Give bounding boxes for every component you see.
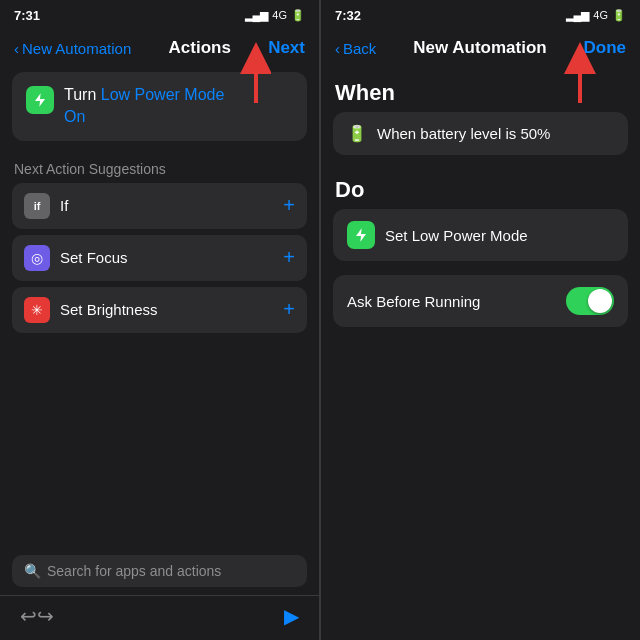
undo-icon[interactable]: ↩	[20, 604, 37, 628]
suggestion-brightness-left: ✳ Set Brightness	[24, 297, 158, 323]
toggle-label: Ask Before Running	[347, 293, 480, 310]
suggestion-if-label: If	[60, 197, 68, 214]
left-time: 7:31	[14, 8, 40, 23]
right-nav-bar: ‹ Back New Automation Done	[321, 28, 640, 72]
focus-icon: ◎	[24, 245, 50, 271]
do-action-icon	[347, 221, 375, 249]
right-time: 7:32	[335, 8, 361, 23]
brightness-icon: ✳	[24, 297, 50, 323]
bottom-bar: ↩ ↪ ▶	[0, 595, 319, 640]
search-bar[interactable]: 🔍 Search for apps and actions	[12, 555, 307, 587]
back-chevron-icon: ‹	[14, 40, 19, 57]
right-status-bar: 7:32 ▂▄▆ 4G 🔋	[321, 0, 640, 28]
right-nav-title: New Automation	[413, 38, 546, 58]
action-text: Turn Low Power ModeOn	[64, 84, 224, 129]
play-icon[interactable]: ▶	[284, 604, 299, 628]
search-icon: 🔍	[24, 563, 41, 579]
suggestion-focus-left: ◎ Set Focus	[24, 245, 128, 271]
do-header: Do	[321, 169, 640, 209]
right-status-icons: ▂▄▆ 4G 🔋	[566, 9, 626, 22]
when-header: When	[321, 72, 640, 112]
when-condition-text: When battery level is 50%	[377, 125, 550, 142]
action-icon	[26, 86, 54, 114]
right-back-label: Back	[343, 40, 376, 57]
ask-before-running-card[interactable]: Ask Before Running	[333, 275, 628, 327]
suggestion-focus-label: Set Focus	[60, 249, 128, 266]
turn-word: Turn	[64, 86, 101, 103]
suggestion-if-add[interactable]: +	[283, 194, 295, 217]
suggestion-if[interactable]: if If +	[12, 183, 307, 229]
left-screen: 7:31 ▂▄▆ 4G 🔋 ‹ New Automation Actions N…	[0, 0, 319, 640]
right-done-button[interactable]: Done	[584, 38, 627, 58]
left-back-button[interactable]: ‹ New Automation	[14, 40, 131, 57]
right-screen: 7:32 ▂▄▆ 4G 🔋 ‹ Back New Automation Done…	[321, 0, 640, 640]
toggle-knob	[588, 289, 612, 313]
network-type: 4G	[272, 9, 287, 21]
back-label: New Automation	[22, 40, 131, 57]
signal-icon: ▂▄▆	[245, 9, 269, 22]
battery-level-icon: 🔋	[347, 124, 367, 143]
do-action-text: Set Low Power Mode	[385, 227, 528, 244]
suggestion-brightness-add[interactable]: +	[283, 298, 295, 321]
suggestion-focus-add[interactable]: +	[283, 246, 295, 269]
right-network-type: 4G	[593, 9, 608, 21]
suggestion-if-left: if If	[24, 193, 68, 219]
right-back-button[interactable]: ‹ Back	[335, 40, 376, 57]
battery-icon: 🔋	[291, 9, 305, 22]
when-card: 🔋 When battery level is 50%	[333, 112, 628, 155]
if-icon: if	[24, 193, 50, 219]
right-back-chevron-icon: ‹	[335, 40, 340, 57]
suggestions-section-label: Next Action Suggestions	[0, 153, 319, 183]
left-status-bar: 7:31 ▂▄▆ 4G 🔋	[0, 0, 319, 28]
suggestion-list: if If + ◎ Set Focus + ✳ Set Brightness	[12, 183, 307, 333]
right-battery-icon: 🔋	[612, 9, 626, 22]
do-card: Set Low Power Mode	[333, 209, 628, 261]
suggestion-set-brightness[interactable]: ✳ Set Brightness +	[12, 287, 307, 333]
redo-icon[interactable]: ↪	[37, 604, 54, 628]
suggestion-brightness-label: Set Brightness	[60, 301, 158, 318]
search-placeholder: Search for apps and actions	[47, 563, 221, 579]
toggle-switch[interactable]	[566, 287, 614, 315]
left-status-icons: ▂▄▆ 4G 🔋	[245, 9, 305, 22]
left-nav-bar: ‹ New Automation Actions Next	[0, 28, 319, 72]
right-signal-icon: ▂▄▆	[566, 9, 590, 22]
left-nav-title: Actions	[169, 38, 231, 58]
action-card[interactable]: Turn Low Power ModeOn	[12, 72, 307, 141]
left-next-button[interactable]: Next	[268, 38, 305, 58]
suggestion-set-focus[interactable]: ◎ Set Focus +	[12, 235, 307, 281]
